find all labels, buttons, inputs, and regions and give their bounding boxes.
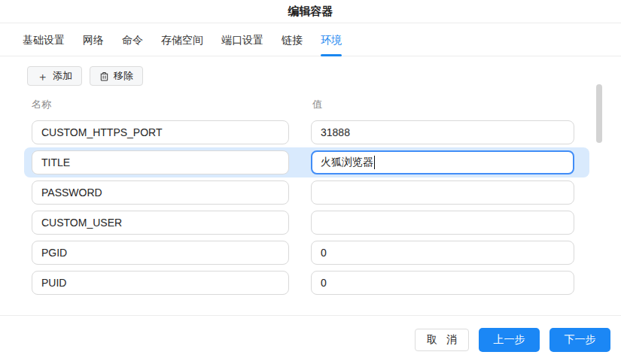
env-value-input[interactable] — [311, 211, 574, 235]
edit-container-dialog: 编辑容器 基础设置 网络 命令 存储空间 端口设置 链接 环境 ＋ 添加 移除 … — [0, 0, 621, 364]
env-value-input[interactable] — [311, 271, 574, 295]
env-name-input[interactable] — [32, 180, 289, 205]
env-value-input-focused[interactable]: 火狐浏览器 — [311, 150, 574, 174]
env-value-input[interactable] — [311, 120, 574, 144]
env-name-input[interactable] — [32, 120, 289, 144]
env-name-input[interactable] — [32, 150, 289, 174]
add-variable-button[interactable]: ＋ 添加 — [27, 66, 82, 86]
tab-environment[interactable]: 环境 — [321, 23, 342, 56]
dialog-title-bar: 编辑容器 — [0, 0, 621, 23]
text-caret — [374, 156, 375, 169]
env-variable-list: 火狐浏览器 — [24, 117, 589, 298]
tab-storage[interactable]: 存储空间 — [161, 23, 203, 56]
env-value-input[interactable] — [311, 180, 574, 205]
env-toolbar: ＋ 添加 移除 — [0, 56, 621, 86]
scrollbar-thumb[interactable] — [596, 84, 602, 143]
cancel-button[interactable]: 取 消 — [415, 329, 469, 351]
previous-step-button[interactable]: 上一步 — [479, 328, 540, 352]
next-step-button[interactable]: 下一步 — [549, 328, 610, 352]
table-row — [24, 117, 589, 147]
remove-variable-label: 移除 — [114, 69, 133, 83]
dialog-title: 编辑容器 — [288, 5, 333, 19]
table-row — [24, 268, 589, 298]
env-name-input[interactable] — [32, 271, 289, 295]
table-row — [24, 238, 589, 268]
tab-network[interactable]: 网络 — [83, 23, 104, 56]
add-variable-label: 添加 — [53, 69, 72, 83]
dialog-footer: 取 消 上一步 下一步 — [0, 315, 621, 364]
trash-icon — [99, 71, 109, 81]
table-row-selected: 火狐浏览器 — [24, 147, 589, 177]
env-name-input[interactable] — [32, 211, 289, 235]
env-value-text: 火狐浏览器 — [321, 156, 373, 169]
table-row — [24, 208, 589, 238]
tab-links[interactable]: 链接 — [282, 23, 303, 56]
env-name-input[interactable] — [32, 241, 289, 265]
plus-icon: ＋ — [37, 71, 48, 82]
column-headers: 名称 值 — [0, 95, 621, 117]
value-column-header: 值 — [312, 98, 322, 111]
name-column-header: 名称 — [32, 98, 51, 111]
remove-variable-button[interactable]: 移除 — [90, 66, 143, 86]
table-row — [24, 177, 589, 208]
tab-basic-settings[interactable]: 基础设置 — [23, 23, 65, 56]
tab-command[interactable]: 命令 — [122, 23, 143, 56]
env-value-input[interactable] — [311, 241, 574, 265]
tab-ports[interactable]: 端口设置 — [221, 23, 263, 56]
dialog-tabs: 基础设置 网络 命令 存储空间 端口设置 链接 环境 — [0, 23, 621, 56]
